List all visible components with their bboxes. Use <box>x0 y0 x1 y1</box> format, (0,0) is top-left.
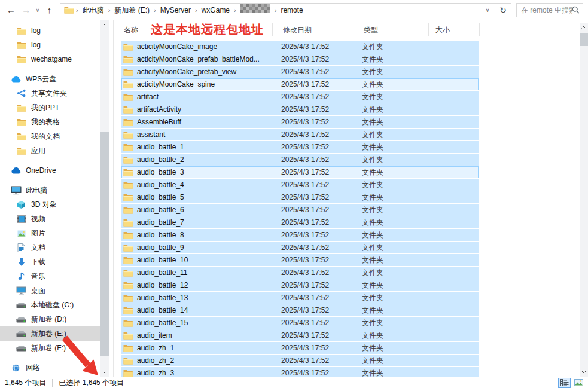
address-bar[interactable]: › 此电脑›新加卷 (E:)›MyServer›wxGame››remote ∨ <box>60 3 495 17</box>
sidebar-item[interactable]: 视频 <box>0 212 100 226</box>
navigation-pane: log log wechatgame WPS云盘 共享文件夹 我的PPT 我的表… <box>0 20 114 377</box>
drive-icon <box>16 345 27 352</box>
refresh-button[interactable]: ↻ <box>495 3 511 17</box>
file-row[interactable]: audio_battle_5 2025/4/3 17:52 文件夹 <box>121 191 479 203</box>
folder-icon <box>123 219 133 227</box>
breadcrumb-item[interactable]: wxGame <box>199 6 233 14</box>
search-box[interactable] <box>516 3 583 17</box>
sidebar-item[interactable]: log <box>0 38 100 52</box>
file-row[interactable]: audio_battle_3 2025/4/3 17:52 文件夹 <box>121 166 479 178</box>
history-chevron-icon[interactable]: ∨ <box>33 7 42 13</box>
breadcrumb-item[interactable]: 此电脑 <box>80 6 107 14</box>
scroll-up-icon[interactable] <box>100 20 109 29</box>
scroll-up-icon[interactable] <box>580 23 588 32</box>
file-date: 2025/4/3 17:52 <box>281 130 362 139</box>
sidebar-item[interactable]: 音乐 <box>0 269 100 283</box>
file-row[interactable]: audio_battle_9 2025/4/3 17:52 文件夹 <box>121 242 479 253</box>
folder-icon <box>123 332 133 340</box>
column-header[interactable]: 修改日期 <box>273 23 359 36</box>
search-input[interactable] <box>521 6 572 14</box>
file-row[interactable]: audio_zh_3 2025/4/3 17:52 文件夹 <box>121 367 479 377</box>
folder-icon <box>123 93 133 101</box>
file-row[interactable]: audio_battle_14 2025/4/3 17:52 文件夹 <box>121 304 479 316</box>
file-type: 文件夹 <box>362 193 479 203</box>
file-name: acticityMoonCake_prefab_view <box>137 68 236 76</box>
file-row[interactable]: audio_battle_12 2025/4/3 17:52 文件夹 <box>121 279 479 291</box>
file-row[interactable]: audio_battle_15 2025/4/3 17:52 文件夹 <box>121 317 479 329</box>
breadcrumb-item[interactable]: 新加卷 (E:) <box>111 6 153 14</box>
sidebar-item[interactable]: 本地磁盘 (C:) <box>0 298 100 312</box>
sidebar-item[interactable]: log <box>0 23 100 38</box>
file-row[interactable]: acticityMoonCake_prefab_view 2025/4/3 17… <box>121 66 479 78</box>
address-dropdown-icon[interactable]: ∨ <box>480 7 495 13</box>
file-row[interactable]: audio_item 2025/4/3 17:52 文件夹 <box>121 329 479 341</box>
file-row[interactable]: audio_battle_6 2025/4/3 17:52 文件夹 <box>121 204 479 216</box>
file-row[interactable]: audio_zh_2 2025/4/3 17:52 文件夹 <box>121 355 479 366</box>
file-name: audio_battle_1 <box>137 143 184 151</box>
file-row[interactable]: audio_battle_4 2025/4/3 17:52 文件夹 <box>121 179 479 191</box>
file-name: audio_zh_2 <box>137 356 174 365</box>
thumbnails-view-button[interactable] <box>572 378 585 388</box>
details-view-button[interactable] <box>558 378 571 388</box>
file-row[interactable]: audio_zh_1 2025/4/3 17:52 文件夹 <box>121 342 479 354</box>
sidebar-item[interactable]: 桌面 <box>0 283 100 298</box>
file-row[interactable]: audio_battle_7 2025/4/3 17:52 文件夹 <box>121 216 479 228</box>
file-type: 文件夹 <box>362 142 479 152</box>
breadcrumb-item[interactable]: MyServer <box>157 6 194 14</box>
sidebar-item[interactable]: 新加卷 (D:) <box>0 312 100 326</box>
list-scrollbar[interactable] <box>580 23 588 377</box>
sidebar-item[interactable]: 我的PPT <box>0 100 100 115</box>
file-row[interactable]: audio_battle_13 2025/4/3 17:52 文件夹 <box>121 292 479 304</box>
sidebar-item[interactable]: 应用 <box>0 143 100 158</box>
file-row[interactable]: AssembleBuff 2025/4/3 17:52 文件夹 <box>121 116 479 128</box>
breadcrumb-item[interactable]: remote <box>278 6 306 14</box>
scroll-down-icon[interactable] <box>580 368 588 377</box>
column-header[interactable]: 类型 <box>359 23 429 36</box>
sidebar-item[interactable]: 我的文档 <box>0 129 100 143</box>
file-row[interactable]: audio_battle_2 2025/4/3 17:52 文件夹 <box>121 154 479 166</box>
column-header[interactable]: 大小 <box>429 23 480 36</box>
file-row[interactable]: artifact 2025/4/3 17:52 文件夹 <box>121 91 479 103</box>
file-type: 文件夹 <box>362 105 479 115</box>
sidebar-scrollbar-thumb[interactable] <box>100 132 109 356</box>
sidebar-item[interactable]: 文档 <box>0 240 100 255</box>
network-icon <box>10 364 22 372</box>
folder-icon <box>16 27 27 35</box>
sidebar-item[interactable]: 图片 <box>0 226 100 240</box>
file-row[interactable]: assistant 2025/4/3 17:52 文件夹 <box>121 129 479 140</box>
file-type: 文件夹 <box>362 318 479 328</box>
forward-icon[interactable]: → <box>19 5 33 15</box>
file-row[interactable]: audio_battle_1 2025/4/3 17:52 文件夹 <box>121 141 479 153</box>
file-type: 文件夹 <box>362 67 479 77</box>
drive-icon <box>16 316 27 323</box>
sidebar-item[interactable]: WPS云盘 <box>0 72 100 86</box>
file-date: 2025/4/3 17:52 <box>281 55 362 63</box>
up-icon[interactable]: ↑ <box>42 5 57 15</box>
sidebar-item[interactable]: wechatgame <box>0 52 100 66</box>
file-type: 文件夹 <box>362 343 479 353</box>
file-row[interactable]: artifactActivity 2025/4/3 17:52 文件夹 <box>121 103 479 115</box>
sidebar-item[interactable]: 下载 <box>0 255 100 269</box>
back-icon[interactable]: ← <box>4 5 19 15</box>
sidebar-scrollbar[interactable] <box>100 20 109 377</box>
file-row[interactable]: acticityMoonCake_prefab_battleMod... 202… <box>121 53 479 65</box>
annotation-text: 这是本地远程包地址 <box>151 22 264 38</box>
sidebar-item[interactable]: 共享文件夹 <box>0 86 100 100</box>
file-row[interactable]: audio_battle_11 2025/4/3 17:52 文件夹 <box>121 267 479 279</box>
file-row[interactable]: audio_battle_10 2025/4/3 17:52 文件夹 <box>121 254 479 266</box>
drive-icon <box>16 302 27 308</box>
list-scrollbar-thumb[interactable] <box>580 33 588 46</box>
breadcrumb-item-redacted[interactable] <box>240 4 270 13</box>
file-row[interactable]: audio_battle_8 2025/4/3 17:52 文件夹 <box>121 229 479 241</box>
file-row[interactable]: acticityMoonCake_image 2025/4/3 17:52 文件… <box>121 41 479 53</box>
sidebar-item[interactable]: OneDrive <box>0 163 100 178</box>
file-name: audio_battle_6 <box>137 206 184 214</box>
file-date: 2025/4/3 17:52 <box>281 231 362 239</box>
file-row[interactable]: acticityMoonCake_spine 2025/4/3 17:52 文件… <box>121 78 479 90</box>
sidebar-item[interactable]: 此电脑 <box>0 183 100 197</box>
sidebar-item[interactable]: 3D 对象 <box>0 197 100 212</box>
folder-icon <box>123 131 133 139</box>
file-type: 文件夹 <box>362 155 479 165</box>
wps-cloud-icon <box>10 75 22 83</box>
sidebar-item[interactable]: 我的表格 <box>0 115 100 129</box>
